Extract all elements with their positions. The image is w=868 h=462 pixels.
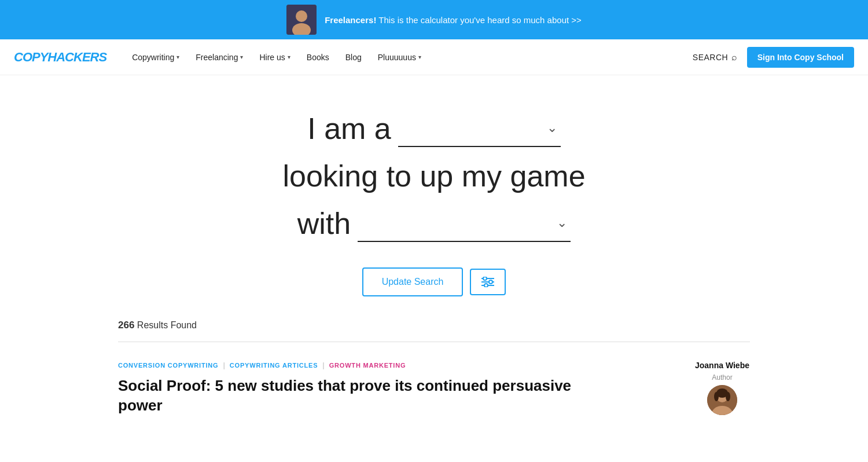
tag-separator: | [223, 361, 225, 369]
nav-item-copywriting[interactable]: Copywriting ▾ [125, 48, 186, 67]
article-tag-conversion[interactable]: CONVERSION COPYWRITING [118, 362, 218, 369]
results-divider [118, 342, 750, 342]
author-name: Joanna Wiebe [695, 361, 749, 370]
banner-text: Freelancers! This is the calculator you'… [325, 15, 582, 25]
search-form: I am a copywriter freelancer marketer fo… [12, 110, 856, 296]
search-line-1: I am a copywriter freelancer marketer fo… [307, 110, 561, 147]
svg-point-13 [714, 392, 719, 401]
svg-point-6 [483, 277, 487, 280]
article-card: CONVERSION COPYWRITING | COPYWRITING ART… [118, 361, 750, 430]
search-line-2: looking to up my game [282, 159, 585, 193]
article-content: CONVERSION COPYWRITING | COPYWRITING ART… [118, 361, 681, 416]
search-button[interactable]: SEARCH ⌕ [693, 52, 738, 63]
site-logo[interactable]: COPYHACKERS [14, 50, 106, 65]
nav-item-hire-us[interactable]: Hire us ▾ [252, 48, 297, 67]
nav-item-pluuuuuus[interactable]: Pluuuuuus ▾ [371, 48, 428, 67]
nav-item-freelancing[interactable]: Freelancing ▾ [189, 48, 250, 67]
tag-separator: | [322, 361, 324, 369]
topic-dropdown[interactable]: copywriting conversion email landing pag… [358, 205, 571, 242]
svg-point-14 [726, 392, 730, 401]
top-banner[interactable]: Freelancers! This is the calculator you'… [0, 0, 868, 39]
article-author: Joanna Wiebe Author [681, 361, 750, 415]
nav-item-blog[interactable]: Blog [339, 48, 369, 67]
article-tag-growth[interactable]: GROWTH MARKETING [329, 362, 406, 369]
role-dropdown[interactable]: copywriter freelancer marketer founder [398, 110, 561, 147]
nav-item-books[interactable]: Books [300, 48, 336, 67]
update-search-button[interactable]: Update Search [362, 267, 464, 296]
chevron-down-icon: ▾ [176, 54, 179, 60]
sign-in-button[interactable]: Sign Into Copy School [747, 47, 854, 68]
svg-point-8 [484, 284, 488, 287]
svg-point-7 [489, 280, 492, 284]
results-section: 266 Results Found CONVERSION COPYWRITING… [104, 320, 764, 430]
chevron-down-icon: ▾ [288, 54, 290, 60]
article-tags: CONVERSION COPYWRITING | COPYWRITING ART… [118, 361, 681, 369]
topic-dropdown-wrapper: copywriting conversion email landing pag… [358, 205, 571, 242]
svg-point-1 [296, 10, 307, 22]
article-title[interactable]: Social Proof: 5 new studies that prove i… [118, 376, 616, 416]
search-line-3: with copywriting conversion email landin… [297, 205, 571, 242]
filter-button[interactable] [470, 269, 506, 295]
article-tag-copywriting[interactable]: COPYWRITING ARTICLES [230, 362, 318, 369]
nav-right: SEARCH ⌕ Sign Into Copy School [693, 47, 854, 68]
results-count: 266 Results Found [118, 320, 750, 331]
role-dropdown-wrapper: copywriter freelancer marketer founder ⌄ [398, 110, 561, 147]
search-icon: ⌕ [731, 52, 738, 63]
search-buttons: Update Search [362, 267, 506, 296]
avatar [707, 385, 737, 415]
filter-icon [481, 277, 494, 287]
chevron-down-icon: ▾ [240, 54, 243, 60]
nav-items: Copywriting ▾ Freelancing ▾ Hire us ▾ Bo… [125, 48, 693, 67]
navbar: COPYHACKERS Copywriting ▾ Freelancing ▾ … [0, 39, 868, 75]
chevron-down-icon: ▾ [418, 54, 421, 60]
author-role: Author [712, 373, 732, 382]
banner-image [286, 5, 317, 35]
main-content: I am a copywriter freelancer marketer fo… [0, 75, 868, 320]
